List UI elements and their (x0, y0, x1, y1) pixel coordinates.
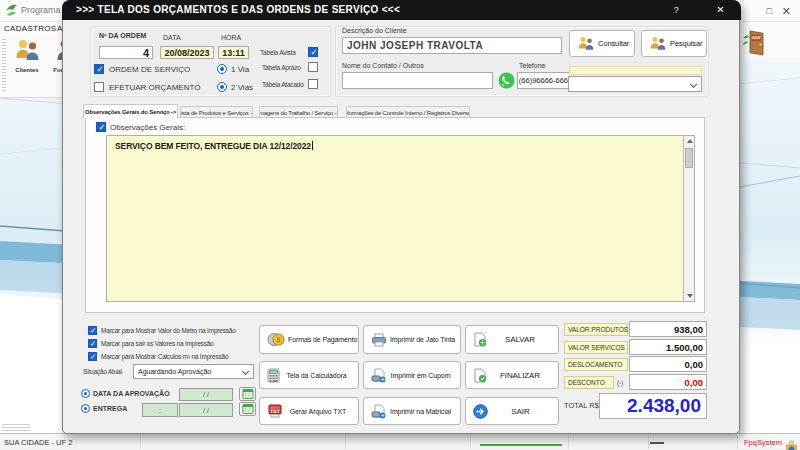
tab-observacoes[interactable]: Observações Gerais do Serviço -> (83, 104, 178, 118)
desconto-prefix: (-) (617, 379, 623, 386)
entrega-date-field[interactable]: / / (179, 403, 233, 417)
consultar-label: Consultar (598, 39, 637, 48)
imprimir-cupom-label: Imprimir em Cupom (389, 372, 460, 379)
order-time-field[interactable]: 13:11 (218, 46, 249, 59)
close-icon[interactable]: ✕ (782, 3, 791, 19)
total-label: TOTAL R$ (564, 401, 599, 410)
maximize-icon[interactable]: □ (767, 3, 772, 19)
phone-field[interactable]: (66)96666-6666 (517, 72, 574, 89)
situacao-value: Aguardando Aprovação (138, 368, 211, 375)
mostrar-calculos-checkbox[interactable] (88, 352, 97, 361)
statusbar-brand: FpqSystem (744, 438, 782, 447)
formas-pagamento-button[interactable]: $ Formas de Pagamento (259, 325, 359, 354)
highlight-field[interactable] (569, 66, 702, 75)
sair-label: SAIR (491, 407, 558, 416)
whatsapp-icon[interactable] (498, 72, 515, 93)
tabela-aprazo-checkbox[interactable] (308, 62, 318, 72)
situacao-dropdown[interactable]: Aguardando Aprovação (133, 364, 254, 379)
sair-button[interactable]: SAIR (465, 397, 559, 425)
clientes-icon (14, 48, 40, 65)
contact-name-field[interactable] (342, 72, 493, 89)
tabela-atacado-checkbox[interactable] (308, 79, 318, 89)
pesquisar-button[interactable]: Pesquisar (641, 30, 707, 57)
tabela-avista-checkbox[interactable] (308, 47, 318, 57)
statusbar-indicator (650, 442, 664, 444)
save-icon (473, 332, 487, 347)
app-logo-icon (4, 3, 19, 22)
entrega-time-field[interactable]: : (142, 403, 178, 417)
finalizar-button[interactable]: FINALIZAR (465, 361, 559, 389)
txt-badge: TXT (270, 409, 281, 414)
desconto-field[interactable]: 0,00 (629, 374, 707, 390)
sair-valores-checkbox[interactable] (88, 339, 97, 348)
menu-cadastros[interactable]: CADASTROS (4, 24, 57, 33)
via2-radio[interactable] (217, 82, 227, 92)
entrega-label: ENTREGA (93, 405, 127, 412)
total-field: 2.438,00 (599, 393, 707, 419)
contact-name-label: Nome do Contato / Outros (342, 62, 424, 69)
observacoes-text: SERVIÇO BEM FEITO, ENTREGUE DIA 12/12/20… (115, 141, 311, 151)
dialog-help-button[interactable]: ? (674, 0, 679, 20)
client-description-field[interactable]: JOHN JOSEPH TRAVOLTA (342, 37, 562, 54)
textarea-scrollbar[interactable] (683, 136, 694, 301)
statusbar: SUA CIDADE - UF 2 FpqSystem (0, 433, 800, 450)
observacoes-gerais-checkbox[interactable] (96, 122, 106, 132)
text-cursor (312, 141, 313, 150)
mostrar-calculos-label: Marcar para Mostrar Calculos m² na Impre… (101, 353, 228, 360)
dialog-close-icon[interactable]: ✕ (716, 0, 725, 20)
phone-label: Telefone (519, 62, 545, 69)
dialog-titlebar: >>> TELA DOS ORÇAMENTOS E DAS ORDENS DE … (62, 0, 741, 20)
consultar-button[interactable]: Consultar (569, 30, 635, 57)
entrega-calendar-button[interactable] (239, 402, 256, 416)
scroll-thumb[interactable] (685, 148, 693, 168)
scroll-down-icon[interactable] (687, 294, 693, 298)
coins-icon: $ (267, 332, 285, 347)
salvar-label: SALVAR (490, 335, 558, 344)
formas-pagamento-label: Formas de Pagamento (288, 336, 365, 343)
toolbar-clientes-button[interactable]: Clientes (8, 38, 46, 94)
data-aprovacao-field[interactable]: / / (179, 388, 233, 401)
aprovacao-calendar-button[interactable] (239, 387, 256, 401)
observacoes-textarea[interactable]: SERVIÇO BEM FEITO, ENTREGUE DIA 12/12/20… (106, 135, 695, 302)
order-time-label: HORA (221, 34, 241, 41)
order-number-label: Nº DA ORDEM (99, 32, 146, 39)
ordem-servico-checkbox[interactable] (94, 64, 104, 74)
via2-label: 2 Vias (231, 83, 253, 92)
service-order-dialog: >>> TELA DOS ORÇAMENTOS E DAS ORDENS DE … (62, 0, 740, 434)
order-number-field[interactable]: 4 (99, 46, 153, 59)
deslocamento-field[interactable]: 0,00 (629, 356, 707, 372)
efetuar-orcamento-checkbox[interactable] (94, 82, 104, 92)
scroll-up-icon[interactable] (687, 139, 693, 143)
mostrar-valor-metro-checkbox[interactable] (88, 326, 97, 335)
client-extra-dropdown[interactable] (568, 76, 702, 92)
ordem-servico-label: ORDEM DE SERVIÇO (109, 65, 190, 74)
order-date-field[interactable]: 20/08/2023 (160, 46, 214, 59)
valor-servicos-field[interactable]: 1.500,00 (629, 339, 707, 355)
via1-radio[interactable] (217, 64, 227, 74)
deslocamento-label: DESLOCAMENTO (564, 358, 628, 371)
client-description-label: Descrição do Cliente (342, 27, 407, 34)
valor-servicos-label: VALOR SERVICOS (564, 341, 628, 354)
exit-door-icon[interactable]: EXIT (742, 29, 768, 60)
valor-produtos-field[interactable]: 938,00 (629, 321, 707, 337)
exit-arrow-icon (473, 404, 488, 419)
gerar-txt-button[interactable]: TXT Gerar Arquivo TXT (259, 397, 359, 425)
svg-text:EXIT: EXIT (752, 36, 761, 40)
imprimir-matricial-button[interactable]: Imprimir na Matricial (363, 397, 461, 425)
finalizar-label: FINALIZAR (490, 371, 558, 380)
fpqsystem-icon (786, 437, 797, 450)
imprimir-jato-button[interactable]: Imprimir de Jato Tinta (363, 325, 461, 354)
calculator-icon (267, 368, 280, 383)
matrix-printer-icon (371, 404, 386, 419)
salvar-button[interactable]: SALVAR (465, 325, 559, 354)
screen: Programa Vidra □ ✕ CADASTROS AG Clientes (0, 0, 800, 450)
data-aprovacao-radio[interactable] (81, 389, 90, 398)
order-date-label: DATA (163, 34, 181, 41)
imprimir-cupom-button[interactable]: Imprimir em Cupom (363, 361, 461, 389)
statusbar-location: SUA CIDADE - UF 2 (4, 438, 72, 447)
consultar-people-icon (577, 36, 595, 51)
tela-calculadora-button[interactable]: Tela da Calculadora (259, 361, 359, 389)
entrega-radio[interactable] (81, 404, 90, 413)
pesquisar-label: Pesquisar (670, 39, 710, 48)
mostrar-valor-metro-label: Marcar para Mostrar Valor do Metro na Im… (101, 327, 236, 334)
